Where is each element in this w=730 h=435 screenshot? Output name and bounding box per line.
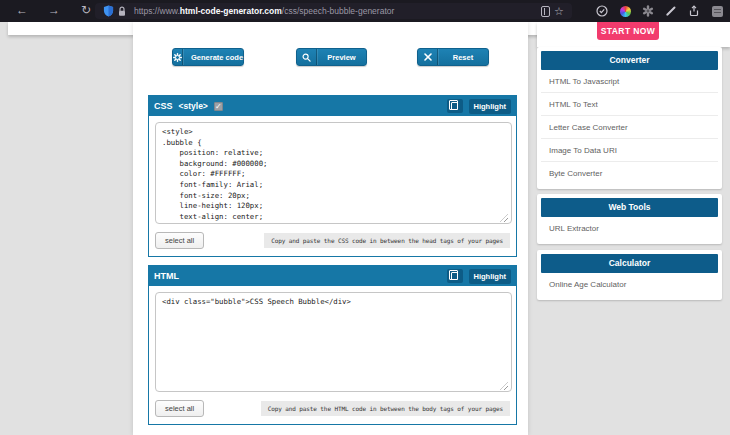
sidebar-item-byte-converter[interactable]: Byte Converter: [541, 162, 718, 185]
sidebar-item-html-to-javascript[interactable]: HTML To Javascript: [541, 70, 718, 93]
web-tools-header: Web Tools: [541, 198, 718, 217]
copy-icon: [451, 102, 458, 110]
forward-icon[interactable]: →: [46, 0, 62, 22]
start-now-button[interactable]: START NOW: [597, 22, 659, 40]
css-copy-hint: Copy and paste the CSS code in between t…: [264, 233, 510, 248]
calculator-header: Calculator: [541, 254, 718, 273]
converter-header: Converter: [541, 51, 718, 70]
sidebar-item-html-to-text[interactable]: HTML To Text: [541, 93, 718, 116]
style-tag-label: <style>: [179, 101, 208, 111]
main-content: Generate code Preview Reset CSS <style> …: [133, 22, 528, 435]
converter-card: Converter HTML To Javascript HTML To Tex…: [537, 47, 722, 189]
lock-icon[interactable]: [115, 3, 129, 19]
copy-css-button[interactable]: [447, 99, 463, 113]
color-wheel-extension-icon[interactable]: [618, 3, 632, 19]
reader-mode-icon[interactable]: [538, 3, 552, 19]
css-panel-title: CSS: [154, 101, 173, 111]
css-highlight-button[interactable]: Highlight: [469, 99, 512, 114]
preview-button[interactable]: Preview: [296, 48, 367, 66]
sidebar-item-url-extractor[interactable]: URL Extractor: [541, 217, 718, 240]
sidebar-item-image-to-data-uri[interactable]: Image To Data URI: [541, 139, 718, 162]
url-text: https://www.html-code-generator.com/css/…: [134, 6, 394, 16]
css-panel: CSS <style> ✓ Highlight <style> .bubble …: [148, 95, 517, 257]
generate-code-button[interactable]: Generate code: [172, 48, 244, 66]
html-copy-hint: Copy and paste the HTML code in between …: [261, 401, 510, 416]
web-tools-card: Web Tools URL Extractor: [537, 194, 722, 244]
address-bar[interactable]: https://www.html-code-generator.com/css/…: [95, 3, 572, 19]
preview-label: Preview: [317, 49, 366, 65]
html-panel: HTML Highlight <div class="bubble">CSS S…: [148, 265, 517, 425]
css-panel-header: CSS <style> ✓ Highlight: [149, 96, 516, 116]
html-code-textarea[interactable]: <div class="bubble">CSS Speech Bubble</d…: [155, 292, 512, 392]
close-x-icon: [418, 49, 438, 65]
gear-icon: [173, 49, 183, 65]
css-select-all-button[interactable]: select all: [155, 232, 204, 249]
reset-label: Reset: [438, 49, 488, 65]
browser-toolbar: ← → ↻ https://www.html-code-generator.co…: [0, 0, 730, 22]
extension-icons: [595, 0, 724, 22]
pencil-extension-icon[interactable]: [664, 3, 678, 19]
copy-icon: [451, 272, 458, 280]
html-panel-title: HTML: [154, 271, 179, 281]
reload-icon[interactable]: ↻: [78, 0, 94, 22]
flower-extension-icon[interactable]: [641, 3, 655, 19]
sidebar-toggle-icon[interactable]: [710, 3, 724, 19]
css-code-textarea[interactable]: <style> .bubble { position: relative; ba…: [155, 122, 512, 224]
style-tag-checkbox[interactable]: ✓: [214, 102, 223, 111]
sidebar-item-letter-case-converter[interactable]: Letter Case Converter: [541, 116, 718, 139]
start-now-strip: START NOW: [537, 22, 730, 47]
sidebar-item-online-age-calculator[interactable]: Online Age Calculator: [541, 273, 718, 296]
reset-button[interactable]: Reset: [417, 48, 489, 66]
generate-code-label: Generate code: [183, 49, 251, 65]
html-panel-header: HTML Highlight: [149, 266, 516, 286]
html-select-all-button[interactable]: select all: [155, 400, 204, 417]
shield-check-extension-icon[interactable]: [595, 3, 609, 19]
html-highlight-button[interactable]: Highlight: [469, 269, 512, 284]
magnifier-icon: [297, 49, 317, 65]
back-icon[interactable]: ←: [14, 0, 30, 22]
calculator-card: Calculator Online Age Calculator: [537, 250, 722, 300]
bookmark-star-icon[interactable]: ☆: [552, 3, 566, 19]
share-extension-icon[interactable]: [687, 3, 701, 19]
copy-html-button[interactable]: [447, 269, 463, 283]
shield-icon[interactable]: [101, 3, 115, 19]
